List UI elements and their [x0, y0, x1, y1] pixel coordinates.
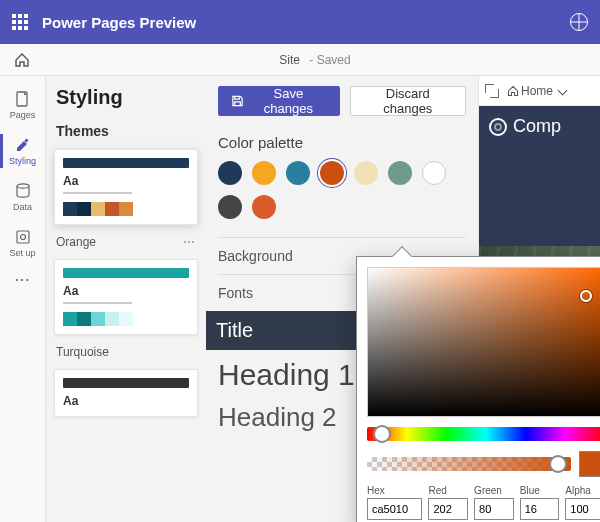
site-label: Site: [279, 53, 300, 67]
expand-icon[interactable]: [485, 84, 499, 98]
hex-input[interactable]: [367, 498, 422, 520]
saturation-value-field[interactable]: [367, 267, 600, 417]
discard-button[interactable]: Discard changes: [350, 86, 466, 116]
swatch-0[interactable]: [218, 161, 242, 185]
site-status: Site - Saved: [279, 53, 350, 67]
swatch-6[interactable]: [422, 161, 446, 185]
red-label: Red: [428, 485, 468, 496]
alpha-input[interactable]: [565, 498, 600, 520]
alpha-label: Alpha: [565, 485, 600, 496]
theme-swatches: [63, 312, 189, 326]
swatch-5[interactable]: [388, 161, 412, 185]
center-panel: Save changes Discard changes Color palet…: [206, 76, 478, 522]
color-fields: Hex Red Green Blue Alpha: [367, 485, 600, 520]
color-palette: [218, 161, 466, 219]
home-icon[interactable]: [14, 52, 30, 68]
green-label: Green: [474, 485, 514, 496]
theme-sample-text: Aa: [63, 394, 189, 408]
rail-label: Pages: [10, 110, 36, 120]
preview-crumb: Home: [479, 76, 600, 106]
pages-icon: [14, 90, 32, 108]
globe-icon[interactable]: [570, 13, 588, 31]
data-icon: [14, 182, 32, 200]
green-input[interactable]: [474, 498, 514, 520]
app-topbar: Power Pages Preview: [0, 0, 600, 44]
chevron-down-icon: [558, 86, 568, 96]
nav-rail: Pages Styling Data Set up ⋯: [0, 76, 46, 522]
red-input[interactable]: [428, 498, 468, 520]
preview-home-label: Home: [521, 84, 553, 98]
sv-cursor[interactable]: [580, 290, 592, 302]
palette-heading: Color palette: [218, 134, 466, 151]
theme-card-gray[interactable]: Aa: [54, 369, 198, 417]
theme-name: Orange: [56, 235, 96, 249]
save-icon: [231, 94, 244, 108]
waffle-icon[interactable]: [12, 14, 28, 30]
rail-item-styling[interactable]: Styling: [0, 128, 46, 174]
setup-icon: [14, 228, 32, 246]
swatch-8[interactable]: [252, 195, 276, 219]
home-icon: [507, 85, 519, 97]
theme-name: Turquoise: [56, 345, 109, 359]
rail-item-data[interactable]: Data: [0, 174, 46, 220]
current-color-chip: [579, 451, 600, 477]
swatch-7[interactable]: [218, 195, 242, 219]
swatch-1[interactable]: [252, 161, 276, 185]
styling-heading: Styling: [54, 86, 198, 109]
preview-home-link[interactable]: Home: [507, 84, 566, 98]
discard-label: Discard changes: [363, 86, 453, 116]
theme-more[interactable]: ⋯: [183, 235, 196, 249]
rail-label: Data: [13, 202, 32, 212]
theme-card-orange[interactable]: Aa: [54, 149, 198, 225]
rail-item-setup[interactable]: Set up: [0, 220, 46, 266]
theme-header: [63, 158, 189, 168]
brush-icon: [14, 136, 32, 154]
svg-point-2: [17, 184, 29, 188]
app-title: Power Pages Preview: [42, 14, 196, 31]
rail-more[interactable]: ⋯: [14, 270, 31, 289]
logo-ring-icon: [489, 118, 507, 136]
alpha-cursor[interactable]: [549, 455, 567, 473]
themes-panel: Styling Themes Aa Orange ⋯ Aa Turquoise: [46, 76, 206, 522]
rail-label: Set up: [9, 248, 35, 258]
hue-slider[interactable]: [367, 427, 600, 441]
svg-point-4: [20, 235, 25, 240]
theme-sample-text: Aa: [63, 174, 189, 188]
rail-label: Styling: [9, 156, 36, 166]
theme-sample-text: Aa: [63, 284, 189, 298]
rail-item-pages[interactable]: Pages: [0, 82, 46, 128]
swatch-3[interactable]: [320, 161, 344, 185]
hex-label: Hex: [367, 485, 422, 496]
themes-heading: Themes: [54, 123, 198, 139]
theme-header: [63, 378, 189, 388]
blue-input[interactable]: [520, 498, 560, 520]
site-header-preview: Comp: [479, 106, 600, 246]
theme-card-turquoise[interactable]: Aa: [54, 259, 198, 335]
hue-cursor[interactable]: [373, 425, 391, 443]
breadcrumb-bar: Site - Saved: [0, 44, 600, 76]
theme-line: [63, 192, 132, 194]
theme-swatches: [63, 202, 189, 216]
blue-label: Blue: [520, 485, 560, 496]
theme-line: [63, 302, 132, 304]
alpha-slider[interactable]: [367, 457, 571, 471]
svg-rect-3: [17, 231, 29, 243]
theme-header: [63, 268, 189, 278]
swatch-4[interactable]: [354, 161, 378, 185]
site-title-preview: Comp: [513, 116, 561, 136]
save-button[interactable]: Save changes: [218, 86, 340, 116]
save-label: Save changes: [250, 86, 327, 116]
svg-rect-1: [24, 138, 28, 142]
color-picker-popover: Hex Red Green Blue Alpha: [356, 256, 600, 522]
save-status: - Saved: [309, 53, 350, 67]
swatch-2[interactable]: [286, 161, 310, 185]
